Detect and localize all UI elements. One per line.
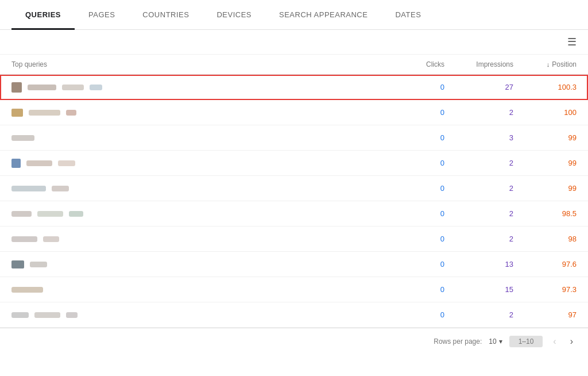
clicks-value: 0 [387,159,444,167]
tab-dates[interactable]: DATES [381,0,435,29]
blurred-query-block [11,287,43,293]
position-value: 99 [513,133,577,142]
blurred-query-block [11,135,34,141]
query-cell [11,260,387,268]
sort-arrow-icon: ↓ [547,61,550,68]
impressions-value: 27 [444,83,513,91]
clicks-value: 0 [387,133,444,142]
table-row[interactable]: 0299 [0,151,588,176]
next-page-button[interactable]: › [567,335,577,348]
tab-countries[interactable]: COUNTRIES [129,0,203,29]
table-header: Top queries Clicks Impressions ↓ Positio… [0,55,588,75]
position-value: 98 [513,235,577,243]
col-header-impressions: Impressions [444,60,513,68]
position-value: 100.3 [513,83,577,91]
impressions-value: 2 [444,184,513,193]
clicks-value: 0 [387,184,444,193]
query-cell [11,159,387,168]
position-value: 98.5 [513,209,577,218]
clicks-value: 0 [387,83,444,91]
blurred-query-block [30,262,47,267]
rows-per-page-label: Rows per page: [434,337,482,346]
impressions-value: 2 [444,159,513,167]
table-row[interactable]: 01597.3 [0,277,588,302]
blurred-query-block [66,312,78,318]
impressions-value: 2 [444,235,513,243]
table-row[interactable]: 027100.3 [0,75,588,100]
table-row[interactable]: 0297 [0,302,588,328]
blurred-query-block [90,85,102,90]
table-row[interactable]: 0299 [0,176,588,201]
impressions-value: 13 [444,260,513,268]
impressions-value: 2 [444,310,513,319]
blurred-query-block [26,160,52,166]
query-cell [11,287,387,293]
clicks-value: 0 [387,209,444,218]
page-indicator: 1–10 [509,336,543,347]
query-cell [11,109,387,117]
position-value: 100 [513,108,577,117]
blurred-query-block [29,110,60,116]
blurred-query-block [11,109,23,117]
tabs-container: QUERIESPAGESCOUNTRIESDEVICESSEARCH APPEA… [0,0,588,30]
impressions-value: 3 [444,133,513,142]
clicks-value: 0 [387,310,444,319]
table-row[interactable]: 0298 [0,227,588,252]
query-cell [11,236,387,242]
blurred-query-block [52,186,69,191]
blurred-query-block [43,236,59,242]
position-value: 99 [513,159,577,167]
blurred-query-block [11,260,24,268]
col-header-position[interactable]: ↓ Position [513,60,577,68]
blurred-query-block [34,312,60,318]
impressions-value: 2 [444,209,513,218]
query-cell [11,135,387,141]
blurred-query-block [66,110,76,116]
blurred-query-block [62,85,84,90]
rows-per-page-value: 10 [489,337,496,346]
table-row[interactable]: 0399 [0,125,588,151]
table-row[interactable]: 0298.5 [0,201,588,227]
tab-search-appearance[interactable]: SEARCH APPEARANCE [265,0,381,29]
table-row[interactable]: 01397.6 [0,252,588,277]
blurred-query-block [11,186,46,191]
tab-queries[interactable]: QUERIES [11,0,75,29]
table-row[interactable]: 02100 [0,100,588,125]
table-body: 027100.3021000399029902990298.5029801397… [0,75,588,328]
blurred-query-block [11,312,29,318]
clicks-value: 0 [387,108,444,117]
query-cell [11,82,387,93]
impressions-value: 15 [444,285,513,294]
tab-devices[interactable]: DEVICES [203,0,265,29]
blurred-query-block [11,236,37,242]
clicks-value: 0 [387,260,444,268]
position-value: 99 [513,184,577,193]
clicks-value: 0 [387,235,444,243]
position-value: 97.3 [513,285,577,294]
query-cell [11,211,387,217]
query-cell [11,186,387,191]
toolbar: ☰ [0,30,588,55]
blurred-query-block [11,211,32,217]
col-header-query: Top queries [11,60,387,68]
table-container: Top queries Clicks Impressions ↓ Positio… [0,55,588,328]
rows-per-page-select[interactable]: 10 ▾ [489,337,502,346]
tab-pages[interactable]: PAGES [75,0,129,29]
blurred-query-block [28,85,56,90]
clicks-value: 0 [387,285,444,294]
col-header-clicks: Clicks [387,60,444,68]
blurred-query-block [69,211,83,217]
blurred-query-block [11,159,21,168]
dropdown-arrow-icon: ▾ [499,337,502,346]
position-value: 97.6 [513,260,577,268]
position-value: 97 [513,310,577,319]
blurred-query-block [58,160,75,166]
impressions-value: 2 [444,108,513,117]
filter-icon[interactable]: ☰ [567,36,577,48]
query-cell [11,312,387,318]
table-footer: Rows per page: 10 ▾ 1–10 ‹ › [0,328,588,355]
blurred-query-block [11,82,22,93]
blurred-query-block [37,211,63,217]
prev-page-button[interactable]: ‹ [550,335,559,348]
